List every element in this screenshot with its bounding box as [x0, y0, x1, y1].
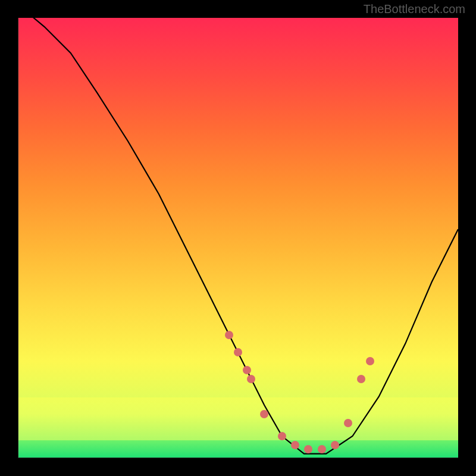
plot-area: [18, 18, 458, 458]
marker-dot: [304, 445, 312, 453]
marker-dot: [278, 432, 286, 440]
marker-dot: [344, 419, 352, 427]
marker-dot: [366, 357, 374, 365]
marker-dot: [318, 445, 326, 453]
marker-dot: [291, 441, 299, 449]
curve-svg: [18, 18, 458, 458]
bottleneck-curve: [18, 18, 458, 454]
marker-dot: [260, 410, 268, 418]
marker-dot: [243, 366, 251, 374]
marker-dot: [357, 375, 365, 383]
marker-dot: [234, 348, 242, 356]
watermark-text: TheBottleneck.com: [364, 2, 465, 16]
marker-dot: [331, 441, 339, 449]
marker-dot: [247, 375, 255, 383]
marker-dot: [225, 331, 233, 339]
